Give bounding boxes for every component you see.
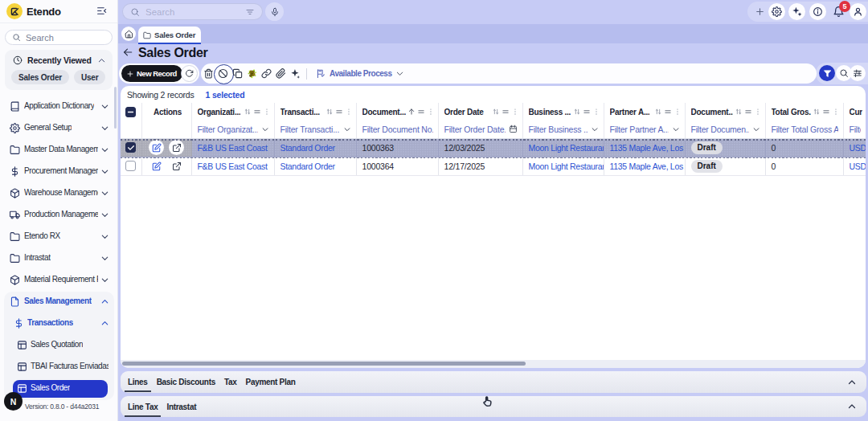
cell-business-partner[interactable]: Moon Light Restaurants, C [523, 161, 604, 171]
sort-icon[interactable] [735, 108, 743, 116]
available-process-dropdown[interactable]: Available Process [311, 68, 404, 79]
cell-organization[interactable]: F&B US East Coast [192, 161, 273, 171]
grid-settings-button[interactable] [850, 65, 866, 81]
filter-list-icon[interactable] [245, 7, 255, 17]
sidebar-item-transactions[interactable]: Transactions [0, 313, 117, 334]
recently-viewed-header[interactable]: Recently Viewed [5, 50, 113, 65]
sort-icon[interactable] [573, 108, 581, 116]
filter-placeholder[interactable]: Filter C [850, 125, 862, 134]
cell-partner-address[interactable]: 1135 Maple Ave, Los Ange [604, 161, 686, 171]
cell-transaction[interactable]: Standard Order [275, 143, 341, 153]
etendo-logo-icon[interactable] [6, 3, 23, 19]
filter-cell-business_partner[interactable]: Filter Business ... [522, 121, 604, 138]
filter-cell-partner_address[interactable]: Filter Partner A... [604, 121, 685, 138]
column-header-total_gross[interactable]: Total Gros... [765, 103, 843, 121]
column-header-transaction[interactable]: Transacti... [274, 103, 356, 121]
cell-organization[interactable]: F&B US East Coast [192, 143, 273, 153]
filter-cell-organization[interactable]: Filter Organizat... [191, 121, 274, 138]
column-header-business_partner[interactable]: Business ... [522, 103, 604, 121]
sidebar-item-sales-management[interactable]: Sales Management [0, 291, 117, 313]
column-options-icon[interactable] [592, 108, 600, 116]
new-record-button[interactable]: New Record [121, 65, 182, 82]
filter-placeholder[interactable]: Filter Document No.... [362, 125, 433, 134]
filter-placeholder[interactable]: Filter Order Date... [444, 125, 506, 134]
cancel-button[interactable] [215, 65, 230, 82]
open-record-button[interactable] [169, 158, 184, 174]
profile-button[interactable] [850, 3, 866, 20]
chevron-down-icon[interactable] [343, 125, 351, 133]
filter-cell-transaction[interactable]: Filter Transacti... [274, 121, 356, 138]
sidebar-item-general-setup[interactable]: General Setup [0, 117, 117, 139]
filter-placeholder[interactable]: Filter Total Gross Amou [772, 125, 838, 134]
column-menu-icon[interactable] [253, 108, 261, 116]
sidebar-search-input[interactable]: Search [5, 30, 113, 45]
column-options-icon[interactable] [832, 108, 840, 116]
filter-cell-order_date[interactable]: Filter Order Date... [438, 121, 522, 138]
column-header-currency[interactable]: Currency [843, 103, 866, 121]
chevron-down-icon[interactable] [591, 125, 599, 133]
menu-fold-icon[interactable] [96, 6, 109, 18]
filter-placeholder[interactable]: Filter Organizat... [198, 125, 258, 134]
child-tab-basic-discounts[interactable]: Basic Discounts [157, 378, 215, 386]
column-menu-icon[interactable] [502, 108, 510, 116]
sidebar-item-intrastat[interactable]: Intrastat [0, 247, 117, 269]
link-button[interactable] [259, 65, 273, 82]
column-menu-icon[interactable] [744, 108, 752, 116]
row-checkbox[interactable] [125, 142, 136, 153]
column-header-checkbox[interactable] [121, 103, 141, 121]
info-button[interactable] [809, 3, 826, 20]
filter-placeholder[interactable]: Filter Partner A... [610, 125, 669, 134]
edit-record-button[interactable] [149, 140, 164, 155]
filter-placeholder[interactable]: Filter Documen... [691, 125, 749, 134]
chevron-up-icon[interactable] [97, 56, 106, 65]
ai-button[interactable] [288, 65, 302, 82]
column-header-document_no[interactable]: Document... [356, 103, 438, 121]
cell-partner-address[interactable]: 1135 Maple Ave, Los Ange [604, 143, 686, 153]
child-tab-intrastat[interactable]: Intrastat [166, 403, 196, 411]
filter-cell-document_no[interactable]: Filter Document No.... [356, 121, 438, 138]
column-menu-icon[interactable] [335, 108, 343, 116]
copilot-button[interactable] [788, 3, 805, 20]
refresh-button[interactable] [181, 65, 198, 82]
sort-icon[interactable] [813, 108, 821, 116]
back-button[interactable] [122, 47, 133, 58]
column-menu-icon[interactable] [664, 108, 672, 116]
column-header-actions[interactable]: Actions [141, 103, 191, 121]
cell-transaction[interactable]: Standard Order [275, 161, 341, 171]
sidebar-item-sales-quotation[interactable]: Sales Quotation [0, 334, 117, 356]
select-all-checkbox[interactable] [125, 107, 136, 117]
column-menu-icon[interactable] [417, 108, 425, 116]
column-header-partner_address[interactable]: Partner A... [604, 103, 685, 121]
column-header-order_date[interactable]: Order Date [438, 103, 522, 121]
sort-ascending-icon[interactable] [407, 108, 416, 116]
copy-button[interactable] [230, 65, 244, 82]
global-search-input[interactable]: Search [122, 3, 263, 20]
column-options-icon[interactable] [263, 108, 271, 116]
chevron-up-icon[interactable] [847, 402, 857, 411]
chevron-down-icon[interactable] [261, 125, 269, 133]
attachment-button[interactable] [273, 65, 288, 82]
column-menu-icon[interactable] [822, 108, 830, 116]
home-button[interactable] [121, 27, 136, 41]
column-header-document_status[interactable]: Document... [685, 103, 765, 121]
column-options-icon[interactable] [511, 108, 519, 116]
filter-button[interactable] [819, 65, 835, 81]
sidebar-item-application-dictionary[interactable]: Application Dictionary [0, 96, 117, 117]
filter-cell-total_gross[interactable]: Filter Total Gross Amou [765, 121, 843, 138]
child-tab-payment-plan[interactable]: Payment Plan [246, 378, 296, 386]
chevron-up-icon[interactable] [847, 378, 857, 387]
row-checkbox[interactable] [125, 161, 136, 171]
sidebar-item-master-data-management[interactable]: Master Data Management [0, 139, 117, 161]
sidebar-item-production-management[interactable]: Production Management [0, 204, 117, 226]
edit-record-button[interactable] [149, 158, 164, 174]
record-row-1000364[interactable]: F&B US East CoastStandard Order100036412… [121, 157, 866, 175]
recent-chip-sales-order[interactable]: Sales Order [11, 70, 69, 84]
child-tab-tax[interactable]: Tax [224, 378, 237, 386]
column-options-icon[interactable] [754, 108, 762, 116]
calendar-icon[interactable] [509, 125, 518, 133]
column-options-icon[interactable] [345, 108, 353, 116]
settings-button[interactable] [768, 3, 785, 20]
tab-sales-order[interactable]: Sales Order [138, 27, 201, 43]
cell-business-partner[interactable]: Moon Light Restaurants, C [523, 143, 604, 153]
filter-cell-currency[interactable]: Filter C [843, 121, 866, 138]
